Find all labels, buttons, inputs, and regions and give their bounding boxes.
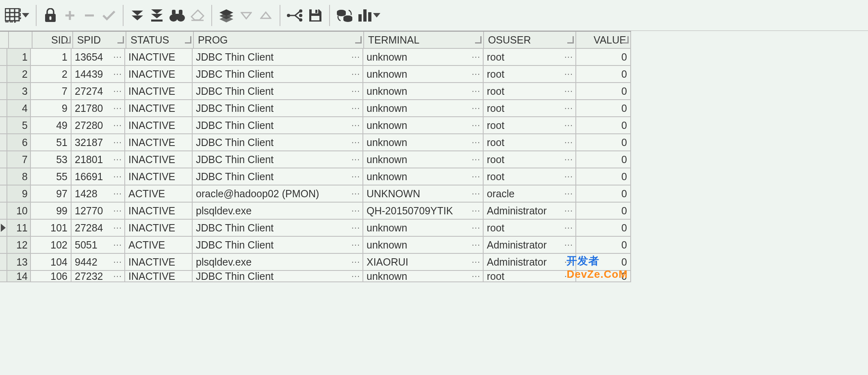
row-number[interactable]: 4 [7, 100, 31, 117]
row-number[interactable]: 11 [7, 220, 31, 237]
eraser-button[interactable] [188, 4, 207, 27]
cell-prog[interactable]: JDBC Thin Client··· [193, 134, 363, 151]
cell-prog[interactable]: JDBC Thin Client··· [193, 49, 363, 66]
row-number[interactable]: 7 [7, 151, 31, 168]
cell-sid[interactable]: 53 [31, 151, 72, 168]
cell-expand-icon[interactable]: ··· [113, 52, 122, 62]
row-number[interactable]: 9 [7, 185, 31, 203]
row-number[interactable]: 13 [7, 254, 31, 271]
column-grip-icon[interactable] [117, 36, 124, 44]
cell-sid[interactable]: 102 [31, 237, 72, 254]
cell-value[interactable]: 0 [576, 117, 631, 134]
cell-prog[interactable]: JDBC Thin Client··· [193, 220, 363, 237]
cell-prog[interactable]: JDBC Thin Client··· [193, 83, 363, 100]
cell-status[interactable]: INACTIVE [125, 100, 193, 117]
cell-terminal[interactable]: unknown··· [363, 83, 484, 100]
cell-status[interactable]: INACTIVE [125, 66, 193, 83]
table-row[interactable]: 121025051···ACTIVEJDBC Thin Client···unk… [0, 237, 631, 254]
cell-status[interactable]: INACTIVE [125, 134, 193, 151]
cell-expand-icon[interactable]: ··· [352, 52, 360, 62]
cell-osuser[interactable]: Administrator··· [484, 203, 576, 220]
cell-spid[interactable]: 21801··· [72, 151, 125, 168]
cell-sid[interactable]: 9 [31, 100, 72, 117]
cell-prog[interactable]: JDBC Thin Client··· [193, 151, 363, 168]
cell-terminal[interactable]: unknown··· [363, 134, 484, 151]
cell-value[interactable]: 0 [576, 271, 631, 282]
cell-status[interactable]: INACTIVE [125, 151, 193, 168]
column-header-osuser[interactable]: OSUSER [484, 32, 576, 49]
column-grip-icon[interactable] [355, 36, 362, 44]
cell-expand-icon[interactable]: ··· [472, 52, 480, 62]
cell-prog[interactable]: JDBC Thin Client··· [193, 168, 363, 185]
cell-expand-icon[interactable]: ··· [472, 120, 480, 131]
table-row[interactable]: 75321801···INACTIVEJDBC Thin Client···un… [0, 151, 631, 168]
cell-spid[interactable]: 27274··· [72, 83, 125, 100]
cell-sid[interactable]: 55 [31, 168, 72, 185]
cell-value[interactable]: 0 [576, 151, 631, 168]
cell-terminal[interactable]: unknown··· [363, 117, 484, 134]
cell-expand-icon[interactable]: ··· [472, 205, 480, 216]
cell-spid[interactable]: 13654··· [72, 49, 125, 66]
cell-osuser[interactable]: root··· [484, 117, 576, 134]
cell-osuser[interactable]: root··· [484, 66, 576, 83]
cell-terminal[interactable]: unknown··· [363, 237, 484, 254]
cell-expand-icon[interactable]: ··· [472, 154, 480, 165]
cell-expand-icon[interactable]: ··· [564, 52, 573, 62]
cell-spid[interactable]: 27284··· [72, 220, 125, 237]
cell-terminal[interactable]: unknown··· [363, 49, 484, 66]
cell-sid[interactable]: 97 [31, 185, 72, 203]
cell-sid[interactable]: 101 [31, 220, 72, 237]
row-number[interactable]: 2 [7, 66, 31, 83]
save-button[interactable] [306, 4, 325, 27]
table-row[interactable]: 54927280···INACTIVEJDBC Thin Client···un… [0, 117, 631, 134]
cell-expand-icon[interactable]: ··· [113, 154, 122, 165]
cell-expand-icon[interactable]: ··· [564, 271, 573, 281]
table-row[interactable]: 131049442···INACTIVEplsqldev.exe···XIAOR… [0, 254, 631, 271]
cell-expand-icon[interactable]: ··· [352, 137, 360, 148]
cell-terminal[interactable]: XIAORUI··· [363, 254, 484, 271]
cell-expand-icon[interactable]: ··· [352, 188, 360, 199]
cell-prog[interactable]: JDBC Thin Client··· [193, 117, 363, 134]
row-number[interactable]: 12 [7, 237, 31, 254]
table-row[interactable]: 109912770···INACTIVEplsqldev.exe···QH-20… [0, 203, 631, 220]
cell-sid[interactable]: 2 [31, 66, 72, 83]
sort-desc-button[interactable] [237, 4, 256, 27]
table-row[interactable]: 1410627232···INACTIVEJDBC Thin Client···… [0, 271, 631, 282]
cell-expand-icon[interactable]: ··· [564, 257, 573, 267]
cell-value[interactable]: 0 [576, 134, 631, 151]
cell-expand-icon[interactable]: ··· [352, 240, 360, 250]
cell-spid[interactable]: 21780··· [72, 100, 125, 117]
cell-terminal[interactable]: unknown··· [363, 271, 484, 282]
cell-value[interactable]: 0 [576, 168, 631, 185]
cell-osuser[interactable]: Administrator··· [484, 237, 576, 254]
cell-prog[interactable]: oracle@hadoop02 (PMON)··· [193, 185, 363, 203]
table-row[interactable]: 1113654···INACTIVEJDBC Thin Client···unk… [0, 49, 631, 66]
cell-expand-icon[interactable]: ··· [352, 69, 360, 79]
table-row[interactable]: 1110127284···INACTIVEJDBC Thin Client···… [0, 220, 631, 237]
cell-expand-icon[interactable]: ··· [352, 86, 360, 96]
cell-expand-icon[interactable]: ··· [472, 257, 480, 267]
cell-expand-icon[interactable]: ··· [564, 120, 573, 131]
cell-spid[interactable]: 1428··· [72, 185, 125, 203]
row-number[interactable]: 1 [7, 49, 31, 66]
row-number[interactable]: 14 [7, 271, 31, 282]
cell-expand-icon[interactable]: ··· [113, 86, 122, 96]
cell-expand-icon[interactable]: ··· [564, 240, 573, 250]
table-row[interactable]: 2214439···INACTIVEJDBC Thin Client···unk… [0, 66, 631, 83]
cell-status[interactable]: INACTIVE [125, 220, 193, 237]
chart-button[interactable] [355, 4, 383, 27]
cell-expand-icon[interactable]: ··· [472, 69, 480, 79]
cell-expand-icon[interactable]: ··· [113, 103, 122, 113]
cell-spid[interactable]: 16691··· [72, 168, 125, 185]
fetch-page-button[interactable] [128, 4, 147, 27]
delete-row-button[interactable] [80, 4, 99, 27]
column-header-prog[interactable]: PROG [194, 32, 364, 49]
cell-expand-icon[interactable]: ··· [113, 171, 122, 182]
column-header-sid[interactable]: SID [33, 32, 73, 49]
fetch-all-button[interactable] [147, 4, 167, 27]
cell-value[interactable]: 0 [576, 220, 631, 237]
cell-expand-icon[interactable]: ··· [564, 171, 573, 182]
cell-expand-icon[interactable]: ··· [564, 154, 573, 165]
column-grip-icon[interactable] [567, 36, 574, 44]
cell-osuser[interactable]: root··· [484, 49, 576, 66]
